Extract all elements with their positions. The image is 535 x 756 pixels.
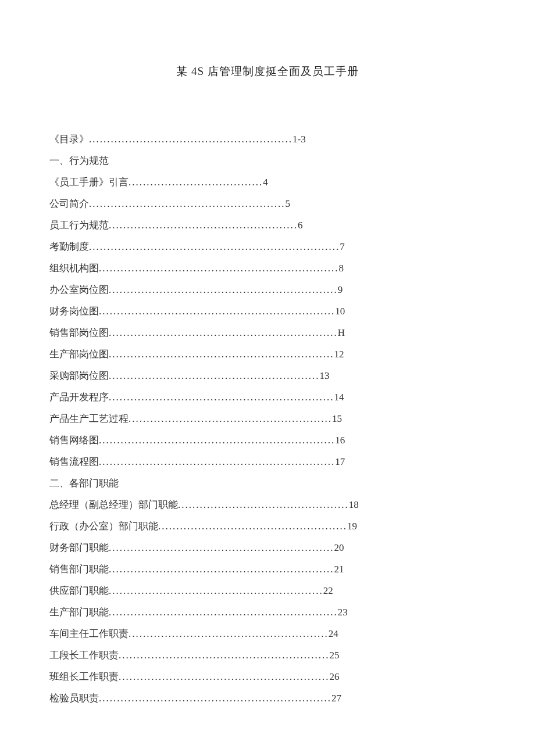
toc-entry-page: 9 (338, 285, 343, 295)
toc-entry: 组织机构图...................................… (49, 263, 486, 273)
toc-entry-page: 13 (320, 371, 330, 381)
page-title: 某 4S 店管理制度挺全面及员工手册 (49, 64, 486, 79)
toc-entry-label: 销售网络图 (49, 435, 99, 445)
toc-entry-page: 19 (347, 521, 357, 531)
toc-entry: 销售流程图...................................… (49, 457, 486, 467)
toc-entry-dots: ........................................… (178, 500, 349, 510)
toc-entry-label: 《员工手册》引言 (49, 177, 129, 187)
toc-entry-label: 公司简介 (49, 199, 89, 209)
toc-entry-page: 27 (331, 693, 341, 703)
toc-entry-label: 产品开发程序 (49, 392, 109, 402)
toc-entry-dots: ........................................… (99, 306, 335, 316)
toc-entry-label: 员工行为规范 (49, 220, 109, 230)
toc-entry: 行政（办公室）部门职能.............................… (49, 521, 486, 531)
document-page: 某 4S 店管理制度挺全面及员工手册 《目录》.................… (0, 0, 535, 756)
toc-entry: 销售部岗位图..................................… (49, 328, 486, 338)
toc-entry-page: 4 (263, 177, 268, 187)
toc-entry: 财务岗位图...................................… (49, 306, 486, 316)
toc-entry-page: 8 (339, 263, 344, 273)
toc-entry: 供应部门职能..................................… (49, 586, 486, 596)
toc-entry-page: 17 (335, 457, 345, 467)
toc-entry: 财务部门职能..................................… (49, 543, 486, 553)
toc-entry: 工段长工作职责.................................… (49, 650, 486, 660)
toc-entry-page: 7 (340, 242, 345, 252)
toc-entry-label: 总经理（副总经理）部门职能 (49, 500, 178, 510)
toc-entry-label: 财务部门职能 (49, 543, 109, 553)
toc-entry-label: 班组长工作职责 (49, 672, 119, 682)
toc-entry-page: 21 (334, 564, 344, 574)
toc-entry: 《员工手册》引言................................… (49, 177, 486, 187)
toc-entry-dots: ........................................… (109, 564, 334, 574)
toc-entry: 销售网络图...................................… (49, 435, 486, 445)
toc-section-header: 一、行为规范 (49, 156, 486, 166)
toc-entry-label: 检验员职责 (49, 693, 99, 703)
toc-entry-page: 1-3 (293, 134, 306, 144)
toc-entry-page: 6 (298, 220, 303, 230)
toc-entry-label: 采购部岗位图 (49, 371, 109, 381)
toc-entry-dots: ........................................… (109, 328, 338, 338)
toc-entry-dots: ........................................… (109, 285, 338, 295)
toc-entry: 公司简介....................................… (49, 199, 486, 209)
toc-entry-label: 销售流程图 (49, 457, 99, 467)
toc-entry-dots: ........................................… (89, 134, 293, 144)
toc-entry-label: 组织机构图 (49, 263, 99, 273)
toc-entry-dots: ........................................… (109, 371, 320, 381)
toc-entry: 总经理（副总经理）部门职能...........................… (49, 500, 486, 510)
toc-entry-dots: ........................................… (99, 435, 335, 445)
toc-entry-page: 22 (323, 586, 333, 596)
toc-entry-page: 5 (286, 199, 291, 209)
toc-entry-page: 26 (330, 672, 340, 682)
toc-entry-label: 《目录》 (49, 134, 89, 144)
toc-entry-page: 25 (330, 650, 340, 660)
toc-entry: 生产部门职能..................................… (49, 607, 486, 617)
toc-entry-dots: ........................................… (109, 607, 338, 617)
toc-entry-page: 15 (332, 414, 342, 424)
toc-entry-label: 销售部岗位图 (49, 328, 109, 338)
toc-entry-dots: ........................................… (109, 392, 334, 402)
toc-entry-label: 工段长工作职责 (49, 650, 119, 660)
toc-entry-label: 办公室岗位图 (49, 285, 109, 295)
toc-entry-label: 车间主任工作职责 (49, 629, 129, 639)
table-of-contents: 《目录》....................................… (49, 134, 486, 703)
toc-entry-dots: ..................................... (129, 177, 263, 187)
toc-section-header: 二、各部门职能 (49, 478, 486, 488)
toc-entry-dots: ........................................… (109, 543, 334, 553)
toc-entry-dots: ........................................… (99, 457, 335, 467)
toc-entry-label: 销售部门职能 (49, 564, 109, 574)
toc-entry-label: 行政（办公室）部门职能 (49, 521, 158, 531)
toc-entry-dots: ........................................… (109, 586, 323, 596)
toc-entry-label: 生产部门职能 (49, 607, 109, 617)
toc-entry-dots: ........................................… (158, 521, 347, 531)
toc-entry-page: H (338, 328, 345, 338)
toc-entry: 考勤制度....................................… (49, 242, 486, 252)
toc-entry: 班组长工作职责.................................… (49, 672, 486, 682)
toc-entry-page: 16 (335, 435, 345, 445)
toc-entry-page: 24 (329, 629, 338, 639)
toc-entry: 员工行为规范..................................… (49, 220, 486, 230)
toc-entry-dots: ........................................… (129, 629, 329, 639)
toc-entry-dots: ........................................… (109, 220, 298, 230)
toc-entry-dots: ........................................… (109, 349, 334, 359)
toc-entry-page: 18 (349, 500, 359, 510)
toc-entry-page: 12 (334, 349, 344, 359)
toc-entry-dots: ........................................… (89, 242, 340, 252)
toc-entry: 产品生产工艺过程................................… (49, 414, 486, 424)
toc-entry: 销售部门职能..................................… (49, 564, 486, 574)
toc-entry-label: 供应部门职能 (49, 586, 109, 596)
toc-entry-page: 10 (335, 306, 345, 316)
toc-entry-page: 20 (334, 543, 344, 553)
toc-entry-dots: ........................................… (119, 672, 330, 682)
toc-entry: 车间主任工作职责................................… (49, 629, 486, 639)
toc-entry-page: 14 (334, 392, 344, 402)
toc-entry: 采购部岗位图..................................… (49, 371, 486, 381)
toc-entry-dots: ........................................… (129, 414, 332, 424)
toc-entry-dots: ........................................… (89, 199, 286, 209)
toc-entry: 办公室岗位图..................................… (49, 285, 486, 295)
toc-entry-label: 产品生产工艺过程 (49, 414, 129, 424)
toc-entry-label: 财务岗位图 (49, 306, 99, 316)
toc-entry-label: 考勤制度 (49, 242, 89, 252)
toc-entry: 检验员职责...................................… (49, 693, 486, 703)
toc-entry-dots: ........................................… (99, 693, 331, 703)
toc-entry-label: 生产部岗位图 (49, 349, 109, 359)
toc-entry-dots: ........................................… (99, 263, 339, 273)
